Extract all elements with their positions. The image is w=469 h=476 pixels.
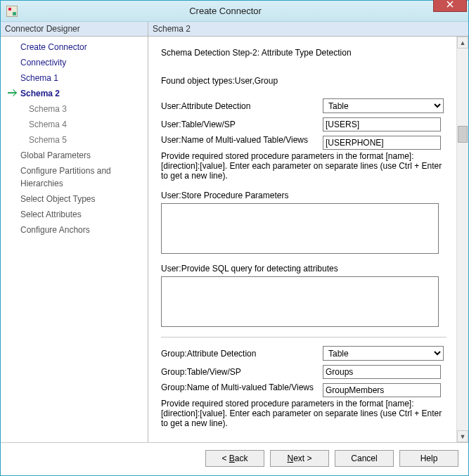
group-multivalued-input[interactable] bbox=[323, 383, 441, 397]
form-content: Schema Detection Step-2: Attribute Type … bbox=[148, 37, 456, 442]
nav-configure-partitions[interactable]: Configure Partitions and Hierarchies bbox=[9, 163, 148, 191]
nav-schema-5[interactable]: Schema 5 bbox=[9, 132, 148, 148]
nav-schema-3[interactable]: Schema 3 bbox=[9, 101, 148, 117]
scroll-thumb[interactable] bbox=[458, 126, 468, 143]
back-label-rest: ack bbox=[235, 454, 248, 463]
next-mnemonic: N bbox=[287, 454, 293, 463]
back-button[interactable]: < Back bbox=[205, 450, 264, 467]
section-divider bbox=[161, 337, 446, 337]
next-label-rest: ext bbox=[293, 454, 304, 463]
group-multivalued-label: Group:Name of Multi-valued Table/Views bbox=[161, 383, 323, 392]
nav-select-object-types[interactable]: Select Object Types bbox=[9, 191, 148, 207]
nav-schema-4[interactable]: Schema 4 bbox=[9, 117, 148, 132]
user-table-input[interactable] bbox=[323, 117, 441, 131]
group-attr-detection-select[interactable]: Table bbox=[323, 346, 444, 361]
user-attr-detection-select[interactable]: Table bbox=[323, 98, 444, 113]
titlebar: Create Connector bbox=[1, 1, 468, 22]
user-attr-detection-label: User:Attribute Detection bbox=[161, 101, 323, 111]
scroll-up-button[interactable]: ▲ bbox=[457, 37, 468, 49]
wizard-nav: Create Connector Connectivity Schema 1 S… bbox=[1, 37, 148, 240]
sidebar-header: Connector Designer bbox=[1, 22, 148, 37]
close-icon bbox=[446, 1, 454, 8]
scroll-track[interactable] bbox=[457, 49, 468, 430]
dialog-body: Connector Designer Create Connector Conn… bbox=[1, 22, 468, 442]
user-sp-hint: Provide required stored procedure parame… bbox=[161, 151, 442, 181]
cancel-button[interactable]: Cancel bbox=[335, 450, 394, 467]
found-object-types: Found object types:User,Group bbox=[161, 76, 446, 86]
nav-select-attributes[interactable]: Select Attributes bbox=[9, 207, 148, 222]
nav-global-parameters[interactable]: Global Parameters bbox=[9, 148, 148, 163]
user-sql-label: User:Provide SQL query for detecting att… bbox=[161, 264, 446, 274]
next-button[interactable]: Next > bbox=[270, 450, 329, 467]
step-title: Schema Detection Step-2: Attribute Type … bbox=[161, 48, 446, 58]
close-button[interactable] bbox=[433, 0, 467, 12]
content-header: Schema 2 bbox=[148, 22, 468, 37]
wizard-footer: < Back Next > Cancel Help bbox=[1, 442, 468, 475]
nav-schema-1[interactable]: Schema 1 bbox=[9, 70, 148, 86]
app-icon bbox=[6, 6, 18, 17]
user-sp-params-textarea[interactable] bbox=[161, 203, 439, 254]
user-multivalued-input[interactable] bbox=[323, 136, 441, 150]
help-button[interactable]: Help bbox=[399, 450, 458, 467]
back-mnemonic: B bbox=[229, 454, 235, 463]
user-multivalued-label: User:Name of Multi-valued Table/Views bbox=[161, 136, 323, 145]
nav-create-connector[interactable]: Create Connector bbox=[9, 39, 148, 55]
sidebar: Connector Designer Create Connector Conn… bbox=[1, 22, 148, 442]
user-table-label: User:Table/View/SP bbox=[161, 120, 323, 129]
window-title: Create Connector bbox=[18, 6, 433, 16]
group-table-input[interactable] bbox=[323, 365, 441, 379]
nav-connectivity[interactable]: Connectivity bbox=[9, 55, 148, 70]
nav-schema-2[interactable]: Schema 2 bbox=[9, 86, 148, 101]
group-attr-detection-label: Group:Attribute Detection bbox=[161, 349, 323, 359]
dialog-window: Create Connector Connector Designer Crea… bbox=[0, 0, 469, 476]
content-pane: Schema 2 Schema Detection Step-2: Attrib… bbox=[148, 22, 468, 442]
user-sql-textarea[interactable] bbox=[161, 276, 439, 327]
group-sp-hint: Provide required stored procedure parame… bbox=[161, 399, 446, 428]
scroll-down-button[interactable]: ▼ bbox=[457, 430, 468, 442]
group-table-label: Group:Table/View/SP bbox=[161, 367, 323, 377]
vertical-scrollbar[interactable]: ▲ ▼ bbox=[456, 37, 468, 442]
user-sp-params-label: User:Store Procedure Parameters bbox=[161, 191, 446, 200]
nav-configure-anchors[interactable]: Configure Anchors bbox=[9, 222, 148, 238]
